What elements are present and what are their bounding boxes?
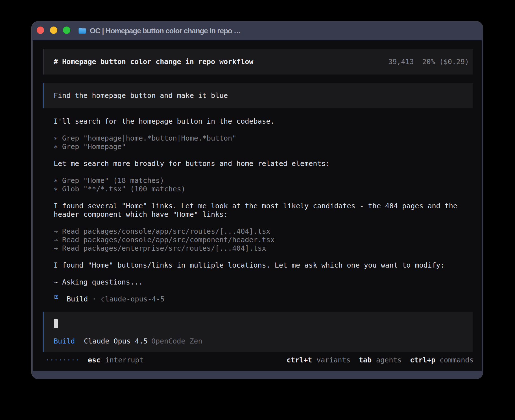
prompt-meta-row: Build Claude Opus 4.5 OpenCode Zen: [43, 337, 473, 345]
status-bar: ········ esc interrupt ctrl+t variants t…: [33, 356, 482, 364]
assistant-text: I'll search for the homepage button in t…: [54, 117, 275, 126]
tool-call-grep: ∗ Grep "Home" (18 matches): [54, 176, 164, 185]
agent-task-separator: ·: [92, 295, 96, 303]
hint-label-variants: variants: [317, 356, 350, 364]
window-title: OC | Homepage button color change in rep…: [90, 21, 241, 40]
assistant-text: Let me search more broadly for buttons a…: [54, 159, 330, 168]
hint-label-agents: agents: [376, 356, 401, 364]
tool-call-glob: ∗ Glob "**/*.tsx" (100 matches): [54, 185, 186, 193]
prompt-agent-label[interactable]: Build: [54, 337, 75, 345]
agent-task-row: Build · claude-opus-4-5: [33, 295, 482, 303]
user-message-text: Find the homepage button and make it blu…: [54, 91, 228, 100]
assistant-text: header component which have "Home" links…: [54, 210, 228, 219]
assistant-status-text: ~ Asking questions...: [54, 278, 143, 286]
hint-label-interrupt: interrupt: [105, 356, 143, 364]
terminal-content: # Homepage button color change in repo w…: [33, 40, 482, 371]
folder-icon: [78, 27, 86, 34]
hint-label-commands: commands: [440, 356, 473, 364]
session-cost: ($0.29): [439, 58, 469, 66]
session-title: # Homepage button color change in repo w…: [54, 58, 253, 66]
hint-key-ctrl-p: ctrl+p: [410, 356, 435, 364]
minimize-button[interactable]: [50, 27, 57, 34]
tool-call-read: → Read packages/console/app/src/componen…: [54, 236, 275, 244]
token-count: 39,413: [388, 58, 414, 66]
prompt-model-label[interactable]: Claude Opus 4.5: [84, 337, 148, 345]
tool-call-read: → Read packages/enterprise/src/routes/[.…: [54, 244, 266, 253]
context-percent: 20%: [422, 58, 435, 66]
hint-key-tab: tab: [359, 356, 372, 364]
prompt-provider-label: OpenCode Zen: [151, 337, 202, 345]
assistant-text: I found several "Home" links. Let me loo…: [54, 202, 457, 210]
session-stats: 39,41320%($0.29): [388, 58, 469, 66]
tool-call-grep: ∗ Grep "homepage|home.*button|Home.*butt…: [54, 134, 236, 143]
hint-key-ctrl-t: ctrl+t: [287, 356, 312, 364]
assistant-text: I found "Home" buttons/links in multiple…: [54, 261, 445, 270]
terminal-window: OC | Homepage button color change in rep…: [32, 21, 483, 379]
build-agent-icon: [54, 295, 58, 299]
close-button[interactable]: [37, 27, 44, 34]
agent-task-model: claude-opus-4-5: [101, 295, 165, 303]
agent-task-name: Build: [67, 295, 88, 303]
text-cursor: [54, 319, 58, 328]
spinner-dots-icon: ········: [45, 356, 79, 364]
tool-call-grep: ∗ Grep "Homepage": [54, 143, 126, 151]
desktop-background: OC | Homepage button color change in rep…: [0, 0, 515, 420]
hint-key-esc: esc: [88, 356, 101, 364]
user-message: Find the homepage button and make it blu…: [43, 83, 473, 108]
session-header: # Homepage button color change in repo w…: [43, 49, 473, 75]
window-titlebar[interactable]: OC | Homepage button color change in rep…: [32, 21, 483, 40]
build-agent-icon-core: [56, 296, 57, 298]
tool-call-read: → Read packages/console/app/src/routes/[…: [54, 227, 270, 236]
zoom-button[interactable]: [63, 27, 70, 34]
prompt-input[interactable]: Build Claude Opus 4.5 OpenCode Zen: [43, 312, 473, 352]
